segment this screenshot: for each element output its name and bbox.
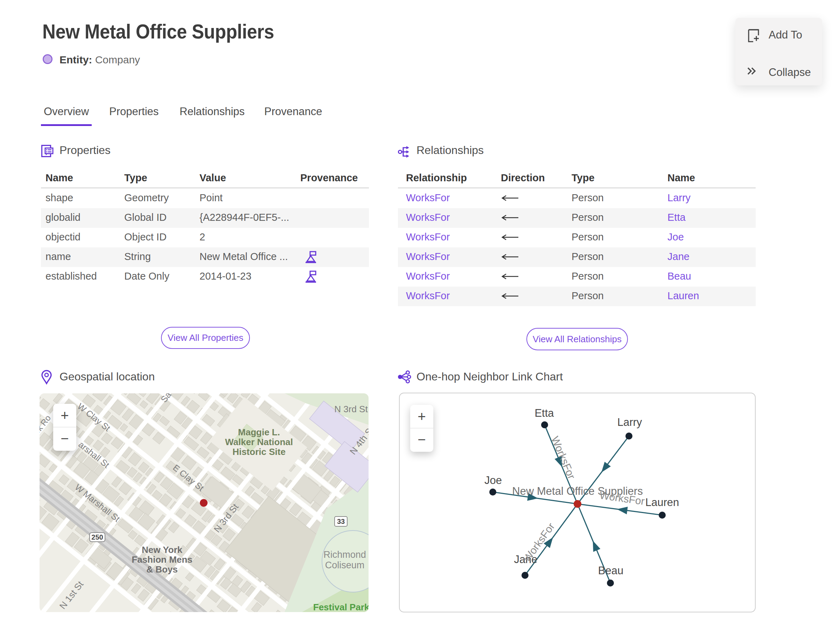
svg-text:Joe: Joe bbox=[484, 474, 502, 486]
svg-text:Lauren: Lauren bbox=[645, 496, 679, 509]
svg-text:N 3rd St: N 3rd St bbox=[334, 404, 368, 414]
svg-text:Maggie L.: Maggie L. bbox=[238, 427, 280, 437]
svg-text:Coliseum: Coliseum bbox=[325, 560, 365, 571]
svg-text:Richmond: Richmond bbox=[323, 549, 366, 560]
svg-text:& Boys: & Boys bbox=[146, 564, 178, 575]
svg-text:Fashion Mens: Fashion Mens bbox=[132, 554, 192, 565]
svg-text:250: 250 bbox=[91, 533, 103, 541]
svg-text:Etta: Etta bbox=[535, 407, 554, 419]
svg-text:33: 33 bbox=[337, 518, 345, 525]
svg-text:Festival Park: Festival Park bbox=[313, 602, 369, 612]
svg-text:Beau: Beau bbox=[598, 564, 624, 577]
svg-text:New York: New York bbox=[142, 545, 183, 555]
svg-text:Larry: Larry bbox=[617, 416, 642, 428]
svg-text:Walker National: Walker National bbox=[225, 437, 293, 447]
svg-text:Historic Site: Historic Site bbox=[232, 447, 286, 457]
svg-text:WorksFor: WorksFor bbox=[549, 435, 578, 481]
